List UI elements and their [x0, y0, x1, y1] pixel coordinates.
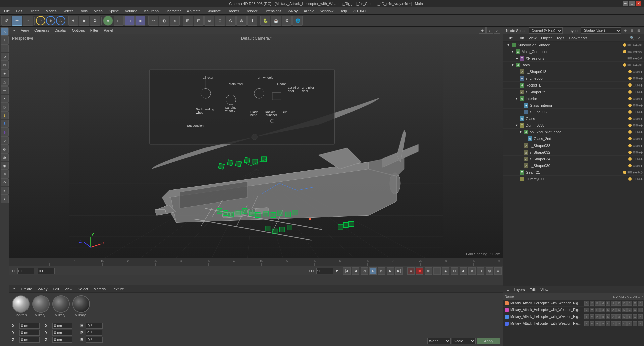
tool-ik[interactable]: ✦ [1, 195, 9, 203]
menu-arnold[interactable]: Arnold [301, 7, 317, 15]
tool-deform[interactable]: ≈ [1, 187, 9, 195]
material-item-military3[interactable]: Military_ [72, 295, 90, 317]
om-menu-edit[interactable]: Edit [516, 36, 525, 40]
coffee-button[interactable]: ☕ [271, 16, 281, 26]
snap-button[interactable]: ⊞ [183, 16, 193, 26]
motion-record-button[interactable]: ⊕ [425, 267, 432, 275]
layers-menu-view[interactable]: View [539, 288, 550, 292]
b-input[interactable] [86, 337, 103, 343]
mat-menu-select[interactable]: Select [76, 287, 90, 291]
layer-flag-p-bones[interactable]: P [638, 308, 643, 312]
mesh-mode-button[interactable]: ⊕ [46, 16, 55, 25]
playback-fps-input[interactable] [38, 268, 55, 274]
om-menu-bookmarks[interactable]: Bookmarks [568, 36, 589, 40]
layer-flag-a-helpers[interactable]: A [611, 321, 616, 326]
magnet-button[interactable]: ⊙ [215, 16, 225, 26]
tree-item-dummy077[interactable]: ▶ □ Dummy077 ⊞⊟◈◆ [503, 176, 644, 182]
tree-item-s-shape033[interactable]: ▶ △ s_Shape033 ⊞⊟◈◆ [503, 142, 644, 149]
workplane-button[interactable]: ≋ [204, 16, 214, 26]
layer-row-geometry[interactable]: Military_Attack_Helicopter_with_Weapon_R… [503, 300, 644, 307]
info-button[interactable]: ℹ [247, 16, 257, 26]
layer-flag-l-bones[interactable]: L [606, 308, 610, 312]
frame-input[interactable] [17, 268, 34, 274]
settings-button[interactable]: ⚙ [90, 16, 100, 26]
layer-flag-s-bones[interactable]: S [584, 308, 589, 312]
hub-button[interactable]: 🌐 [292, 16, 303, 26]
tree-item-s-shape032[interactable]: ▶ △ s_Shape032 ⊞⊟◈◆ [503, 149, 644, 156]
layer-flag-p-geometry[interactable]: P [638, 301, 643, 306]
menu-animate[interactable]: Animate [184, 7, 203, 15]
tree-item-subdivision[interactable]: ▼ ⊞ Subdivision Surface ⊞⊟◈◆◎⊕ [503, 42, 644, 48]
move-tool-button[interactable]: ↔ [23, 16, 33, 26]
mat-menu-texture[interactable]: Texture [111, 287, 125, 291]
poly-button[interactable]: ◈ [170, 16, 180, 26]
timeline-ruler[interactable]: 051015202530354045505560657075808590 [9, 258, 503, 266]
tool-magnet[interactable]: ◉ [1, 162, 9, 170]
layer-flag-x-bones[interactable]: X [633, 308, 637, 312]
sync-button[interactable]: ⊙ [477, 267, 484, 275]
tool-scale[interactable]: ↔ [1, 44, 9, 52]
layer-flag-x-helpers[interactable]: X [633, 321, 637, 326]
layer-flag-r-geometry[interactable]: R [595, 301, 600, 306]
vp-menu-display[interactable]: Display [53, 28, 68, 32]
layout-icon-btn-1[interactable]: ⊕ [623, 28, 628, 33]
menu-window[interactable]: Window [318, 7, 336, 15]
menu-modes[interactable]: Modes [43, 7, 59, 15]
world-select[interactable]: World Object [427, 338, 451, 344]
auto-key-button[interactable]: ⊗ [468, 267, 476, 275]
om-close-icon[interactable]: ✕ [637, 35, 642, 41]
render-all-button[interactable]: ■ [135, 16, 145, 26]
layer-flag-r-bones[interactable]: R [595, 308, 600, 312]
tree-item-s-shape030[interactable]: ▶ △ s_Shape030 ⊞⊟◈◆ [503, 162, 644, 169]
tree-item-body[interactable]: ▼ ◈ Body ⊞⊟◈◆◎⊕ [503, 62, 644, 68]
knife-button[interactable]: ⊘ [226, 16, 236, 26]
tool-point[interactable]: • [1, 95, 9, 103]
layer-button[interactable]: ⊟ [451, 267, 458, 275]
mat-menu-view[interactable]: View [63, 287, 74, 291]
go-last-button[interactable]: ▶| [395, 267, 403, 275]
menu-tools[interactable]: Tools [76, 7, 90, 15]
tool-s[interactable]: $ [1, 111, 9, 119]
coord-y2-input[interactable] [52, 330, 72, 336]
coord-y-input[interactable] [19, 330, 40, 336]
layer-flag-d-controllers[interactable]: D [622, 314, 627, 319]
viewport-3d[interactable]: Perspective Default Camera.* [9, 34, 503, 258]
tool-object[interactable]: ◈ [1, 69, 9, 77]
nodespace-select[interactable]: Current (V-Ray) Standard [529, 27, 563, 34]
layer-flag-s-controllers[interactable]: S [584, 314, 589, 319]
coord-x-input[interactable] [19, 323, 40, 329]
layer-flag-v-bones[interactable]: V [590, 308, 594, 312]
menu-create[interactable]: Create [26, 7, 42, 15]
mat-menu-vray[interactable]: V-Ray [36, 287, 49, 291]
layer-flag-m-geometry[interactable]: M [600, 301, 605, 306]
layer-flag-g-controllers[interactable]: G [616, 314, 621, 319]
mat-menu-material[interactable]: Material [92, 287, 108, 291]
layer-flag-d-geometry[interactable]: D [622, 301, 627, 306]
layer-flag-g-geometry[interactable]: G [616, 301, 621, 306]
menu-render[interactable]: Render [243, 7, 260, 15]
tool-poly[interactable]: △ [1, 78, 9, 86]
layer-flag-s-helpers[interactable]: S [584, 321, 589, 326]
ik-button[interactable]: ◈ [442, 267, 449, 275]
h-input[interactable] [86, 323, 103, 329]
key-button[interactable]: ◆ [460, 267, 467, 275]
tree-item-s-shape013[interactable]: ▶ △ s_Shape013 ⊞⊟◈◆ [503, 68, 644, 75]
layer-flag-e-helpers[interactable]: E [627, 321, 632, 326]
layer-flag-r-controllers[interactable]: R [595, 314, 600, 319]
extrude-button[interactable]: ⊕ [236, 16, 247, 26]
next-key-button[interactable]: ▷ [378, 267, 385, 275]
select-tool-button[interactable]: ✛ [12, 16, 22, 26]
menu-extensions[interactable]: Extensions [261, 7, 284, 15]
motion-mode-button[interactable]: ⊞ [433, 267, 441, 275]
vp-menu-cameras[interactable]: Cameras [33, 28, 51, 32]
vp-menu-view[interactable]: View [19, 28, 30, 32]
tool-move[interactable]: ✛ [1, 36, 9, 44]
scale-select[interactable]: Scale [452, 338, 476, 344]
layer-flag-l-controllers[interactable]: L [606, 314, 610, 319]
tree-item-rocket-l[interactable]: ▶ ◈ Rocket_L ⊞⊟◈◆ [503, 82, 644, 89]
tree-item-s-shape034[interactable]: ▶ △ s_Shape034 ⊞⊟◈◆ [503, 156, 644, 162]
tree-item-s-line005[interactable]: ▶ ─ s_Line005 ⊞⊟◈◆ [503, 75, 644, 82]
layer-flag-d-bones[interactable]: D [622, 308, 627, 312]
layer-flag-e-bones[interactable]: E [627, 308, 632, 312]
om-menu-view[interactable]: View [527, 36, 538, 40]
